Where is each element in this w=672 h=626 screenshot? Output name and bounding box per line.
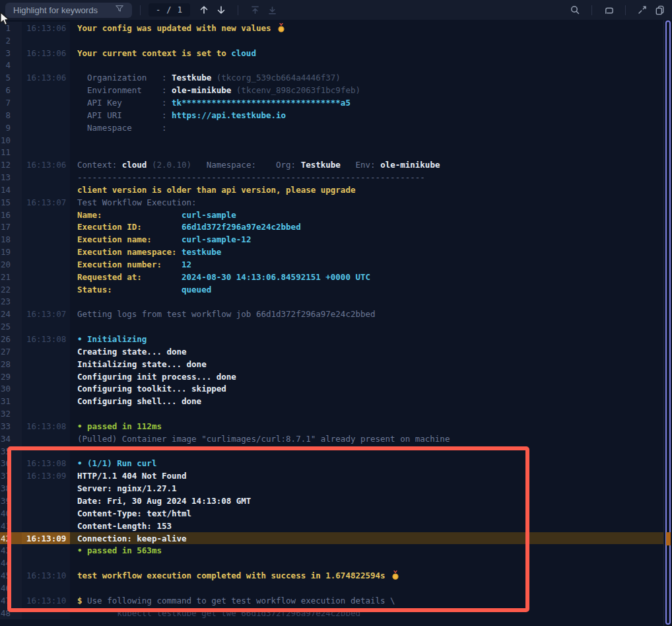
keyword-input-placeholder: Highlight for keywords bbox=[13, 5, 98, 15]
line-timestamp bbox=[22, 283, 70, 296]
log-row[interactable]: 48 kubectl testkube get twe 66d1d372f296… bbox=[0, 607, 663, 619]
log-row[interactable]: 41Content-Length: 153 bbox=[0, 520, 663, 532]
filter-funnel-icon bbox=[115, 4, 124, 16]
line-timestamp bbox=[22, 520, 70, 532]
search-button[interactable] bbox=[566, 2, 584, 18]
line-content: Server: nginx/1.27.1 bbox=[70, 482, 663, 495]
log-row[interactable]: 31Configuring shell... done bbox=[0, 395, 663, 407]
log-row[interactable]: 30Configuring toolkit... skipped bbox=[0, 382, 663, 395]
scroll-to-top-button[interactable] bbox=[246, 2, 263, 18]
log-row[interactable]: 1216:13:06Context: cloud (2.0.10) Namesp… bbox=[0, 158, 663, 171]
log-row[interactable]: 1516:13:07Test Workflow Execution: bbox=[0, 196, 663, 209]
log-row[interactable]: 23 bbox=[0, 296, 663, 308]
log-row[interactable]: 35 bbox=[0, 445, 663, 458]
line-number: 6 bbox=[0, 84, 22, 96]
log-row[interactable]: 20Execution number: 12 bbox=[0, 258, 663, 271]
log-row[interactable]: 46 bbox=[0, 582, 663, 594]
line-timestamp bbox=[22, 445, 70, 458]
log-row[interactable]: 4216:13:09Connection: keep-alive bbox=[0, 532, 663, 545]
line-timestamp bbox=[22, 345, 70, 358]
log-row[interactable]: 2616:13:08• Initializing bbox=[0, 333, 663, 345]
log-row[interactable]: 2416:13:07Getting logs from test workflo… bbox=[0, 308, 663, 320]
log-row[interactable]: 40Content-Type: text/html bbox=[0, 507, 663, 520]
scroll-to-bottom-button[interactable] bbox=[263, 2, 281, 18]
keyword-highlight-input[interactable]: Highlight for keywords bbox=[5, 3, 132, 18]
line-number: 21 bbox=[0, 271, 22, 283]
line-number: 2 bbox=[0, 34, 22, 47]
log-row[interactable]: 34(Pulled) Container image "curlimages/c… bbox=[0, 433, 663, 445]
log-row[interactable]: 29Configuring init process... done bbox=[0, 370, 663, 383]
expand-button[interactable] bbox=[634, 2, 651, 18]
line-number: 24 bbox=[0, 308, 22, 320]
log-row[interactable]: 16Name: curl-sample bbox=[0, 209, 663, 221]
line-content: $ Use following command to get test work… bbox=[70, 594, 663, 607]
log-row[interactable]: 10 bbox=[0, 134, 663, 147]
log-row[interactable]: 44 bbox=[0, 557, 663, 569]
scrollbar-track[interactable] bbox=[663, 20, 672, 626]
log-row[interactable]: 11 bbox=[0, 146, 663, 158]
log-viewer-window: Highlight for keywords - / 1 bbox=[0, 0, 672, 626]
line-content: Configuring init process... done bbox=[70, 370, 663, 383]
log-row[interactable]: 4 bbox=[0, 59, 663, 72]
line-number: 28 bbox=[0, 358, 22, 370]
log-row[interactable]: 316:13:06Your current context is set to … bbox=[0, 47, 663, 59]
log-row[interactable]: 17Execution ID: 66d1d372f296a97e24c2bbed bbox=[0, 221, 663, 234]
line-content: • (1/1) Run curl bbox=[70, 458, 663, 470]
line-number: 40 bbox=[0, 507, 22, 520]
line-timestamp bbox=[22, 395, 70, 407]
copy-button[interactable] bbox=[651, 2, 668, 18]
log-row[interactable]: 32 bbox=[0, 407, 663, 420]
line-number: 48 bbox=[0, 607, 22, 619]
line-content bbox=[70, 296, 663, 308]
line-timestamp: 16:13:08 bbox=[22, 420, 70, 433]
line-timestamp: 16:13:06 bbox=[22, 158, 70, 171]
line-number: 30 bbox=[0, 382, 22, 395]
line-number: 35 bbox=[0, 445, 22, 458]
log-row[interactable]: 9 Namespace : bbox=[0, 122, 663, 134]
log-row[interactable]: 516:13:06 Organization : Testkube (tkcor… bbox=[0, 71, 663, 84]
log-row[interactable]: 21Requested at: 2024-08-30 14:13:06.8459… bbox=[0, 271, 663, 283]
line-timestamp bbox=[22, 382, 70, 395]
line-content: Getting logs from test workflow job 66d1… bbox=[70, 308, 663, 320]
log-row[interactable]: 3716:13:09HTTP/1.1 404 Not Found bbox=[0, 470, 663, 482]
match-counter: - / 1 bbox=[149, 3, 190, 17]
wrap-lines-button[interactable] bbox=[600, 2, 617, 18]
log-row[interactable]: 43• passed in 563ms bbox=[0, 544, 663, 557]
log-row[interactable]: 39Date: Fri, 30 Aug 2024 14:13:08 GMT bbox=[0, 495, 663, 507]
log-row[interactable]: 13--------------------------------------… bbox=[0, 171, 663, 184]
log-row[interactable]: 14client version is older than api versi… bbox=[0, 184, 663, 196]
log-row[interactable]: 18Execution name: curl-sample-12 bbox=[0, 233, 663, 246]
log-row[interactable]: 116:13:06Your config was updated with ne… bbox=[0, 22, 663, 34]
line-timestamp bbox=[22, 271, 70, 283]
line-number: 37 bbox=[0, 470, 22, 482]
log-row[interactable]: 25 bbox=[0, 320, 663, 333]
line-number: 43 bbox=[0, 544, 22, 557]
medal-icon bbox=[277, 23, 285, 33]
log-row[interactable]: 22Status: queued bbox=[0, 283, 663, 296]
previous-match-button[interactable] bbox=[195, 2, 213, 18]
log-row[interactable]: 7 API Key : tk**************************… bbox=[0, 96, 663, 109]
line-number: 38 bbox=[0, 482, 22, 495]
line-content: Date: Fri, 30 Aug 2024 14:13:08 GMT bbox=[70, 495, 663, 507]
log-row[interactable]: 3316:13:08• passed in 112ms bbox=[0, 420, 663, 433]
line-content: API Key : tk****************************… bbox=[70, 96, 663, 109]
log-row[interactable]: 2 bbox=[0, 34, 663, 47]
log-row[interactable]: 38Server: nginx/1.27.1 bbox=[0, 482, 663, 495]
log-row[interactable]: 3616:13:08• (1/1) Run curl bbox=[0, 458, 663, 470]
log-row[interactable]: 6 Environment : ole-minikube (tkcenv_898… bbox=[0, 84, 663, 96]
line-content: Initializing state... done bbox=[70, 358, 663, 370]
line-timestamp bbox=[22, 557, 70, 569]
line-timestamp bbox=[22, 34, 70, 47]
log-lines: 116:13:06Your config was updated with ne… bbox=[0, 20, 663, 626]
log-row[interactable]: 19Execution namespace: testkube bbox=[0, 246, 663, 258]
log-row[interactable]: 27Creating state... done bbox=[0, 345, 663, 358]
log-row[interactable]: 4516:13:10test workflow execution comple… bbox=[0, 569, 663, 582]
next-match-button[interactable] bbox=[213, 2, 230, 18]
log-row[interactable]: 28Initializing state... done bbox=[0, 358, 663, 370]
line-number: 47 bbox=[0, 594, 22, 607]
log-row[interactable]: 4716:13:10$ Use following command to get… bbox=[0, 594, 663, 607]
toolbar-divider bbox=[625, 5, 626, 15]
line-timestamp: 16:13:06 bbox=[22, 22, 70, 34]
log-row[interactable]: 8 API URI : https://api.testkube.io bbox=[0, 109, 663, 122]
line-number: 8 bbox=[0, 109, 22, 122]
